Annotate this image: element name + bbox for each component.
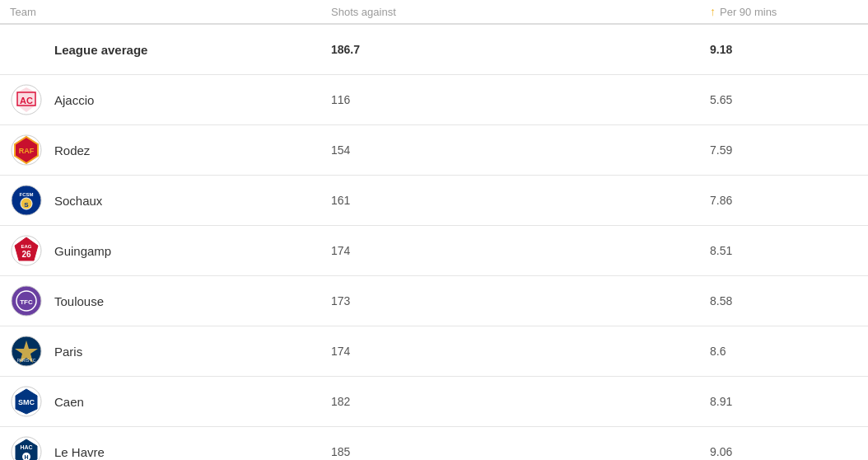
svg-text:SMC: SMC	[18, 398, 35, 406]
shots-value: 161	[331, 194, 710, 207]
team-name: Sochaux	[54, 194, 102, 208]
per90-value: 8.91	[710, 395, 858, 408]
team-logo: PARIS FC	[10, 335, 43, 368]
per90-value: 9.06	[710, 445, 858, 458]
table-header: Team Shots against ↑ Per 90 mins	[0, 0, 868, 25]
svg-text:HAC: HAC	[20, 444, 32, 450]
table-row: FCSM S Sochaux 161 7.86	[0, 176, 868, 226]
shots-value: 116	[331, 93, 710, 106]
team-logo: SMC	[10, 385, 43, 418]
team-cell: AC Ajaccio	[10, 83, 331, 116]
shots-value: 174	[331, 345, 710, 358]
header-per90-label: Per 90 mins	[720, 6, 777, 18]
svg-text:PARIS FC: PARIS FC	[17, 358, 36, 363]
svg-text:RAF: RAF	[19, 147, 35, 155]
table-row: HAC H Le Havre 185 9.06	[0, 427, 868, 460]
shots-value: 182	[331, 395, 710, 408]
per90-value: 8.58	[710, 294, 858, 307]
shots-value: 173	[331, 294, 710, 307]
svg-text:H: H	[24, 454, 28, 460]
team-cell: RAF Rodez	[10, 134, 331, 167]
league-avg-per90: 9.18	[710, 43, 858, 56]
team-cell: EAG 26 Guingamp	[10, 234, 331, 267]
svg-text:TFC: TFC	[20, 298, 33, 306]
team-logo: AC	[10, 83, 43, 116]
league-avg-name: League average	[54, 43, 147, 57]
table-row: EAG 26 Guingamp 174 8.51	[0, 226, 868, 276]
team-logo: RAF	[10, 134, 43, 167]
team-logo: FCSM S	[10, 184, 43, 217]
table-row: PARIS FC Paris 174 8.6	[0, 326, 868, 377]
svg-text:26: 26	[21, 250, 31, 259]
team-rows-container: AC Ajaccio 116 5.65 RAF Rodez 154 7.59 F…	[0, 75, 868, 460]
svg-text:AC: AC	[20, 96, 33, 106]
stats-table: Team Shots against ↑ Per 90 mins League …	[0, 0, 868, 460]
per90-value: 7.86	[710, 194, 858, 207]
team-name: Toulouse	[54, 294, 104, 308]
table-row: RAF Rodez 154 7.59	[0, 125, 868, 176]
header-shots: Shots against	[331, 6, 710, 18]
team-name: Le Havre	[54, 445, 105, 459]
shots-value: 174	[331, 244, 710, 257]
league-avg-logo	[10, 33, 43, 66]
header-team-label: Team	[10, 6, 36, 18]
sort-arrow-icon: ↑	[710, 5, 716, 18]
team-cell: FCSM S Sochaux	[10, 184, 331, 217]
team-name: Rodez	[54, 143, 90, 157]
per90-value: 8.51	[710, 244, 858, 257]
svg-text:FCSM: FCSM	[20, 192, 34, 197]
table-row: AC Ajaccio 116 5.65	[0, 75, 868, 125]
league-avg-shots: 186.7	[331, 43, 710, 56]
svg-text:EAG: EAG	[21, 244, 31, 249]
team-name: Guingamp	[54, 244, 111, 258]
header-shots-label: Shots against	[331, 6, 396, 18]
team-cell: HAC H Le Havre	[10, 435, 331, 460]
table-row: TFC Toulouse 173 8.58	[0, 276, 868, 326]
per90-value: 5.65	[710, 93, 858, 106]
team-logo: TFC	[10, 284, 43, 317]
header-team: Team	[10, 6, 331, 18]
league-average-row: League average 186.7 9.18	[0, 25, 868, 75]
shots-value: 154	[331, 143, 710, 157]
team-name: Paris	[54, 345, 82, 359]
team-logo: HAC H	[10, 435, 43, 460]
table-row: SMC Caen 182 8.91	[0, 377, 868, 427]
league-avg-team-cell: League average	[10, 33, 331, 66]
team-cell: SMC Caen	[10, 385, 331, 418]
per90-value: 7.59	[710, 143, 858, 157]
team-cell: TFC Toulouse	[10, 284, 331, 317]
team-name: Caen	[54, 395, 84, 409]
svg-text:S: S	[24, 201, 29, 209]
header-per90[interactable]: ↑ Per 90 mins	[710, 5, 858, 18]
team-cell: PARIS FC Paris	[10, 335, 331, 368]
team-name: Ajaccio	[54, 93, 94, 107]
team-logo: EAG 26	[10, 234, 43, 267]
shots-value: 185	[331, 445, 710, 458]
per90-value: 8.6	[710, 345, 858, 358]
